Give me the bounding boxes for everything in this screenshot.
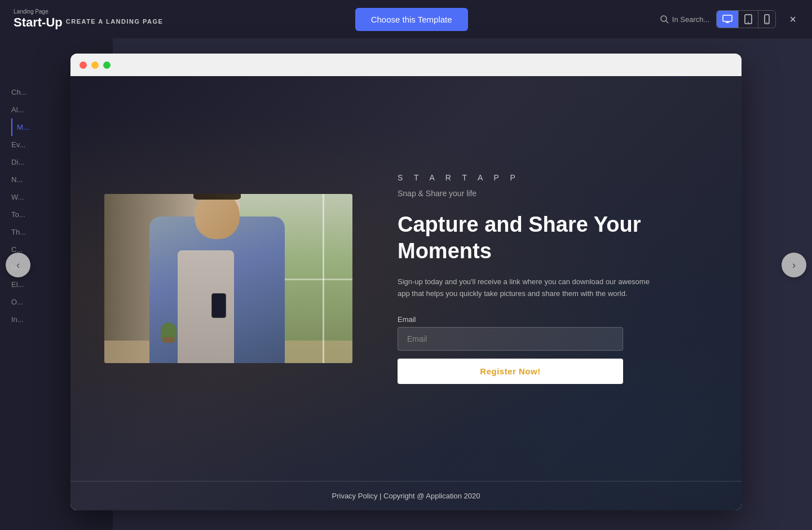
next-arrow-button[interactable]: › <box>782 253 806 277</box>
signup-form: Email Register Now! <box>398 315 623 384</box>
person-head <box>195 194 240 239</box>
hero-tagline: Snap & Share your life <box>398 189 708 198</box>
phone <box>211 293 226 318</box>
hero-description: Sign-up today and you'll receive a link … <box>398 276 657 300</box>
hero-section: S T A R T A P P Snap & Share your life C… <box>70 76 742 481</box>
close-dot <box>80 61 87 69</box>
hero-title-line1: Capture and Share Your <box>398 213 641 236</box>
modal-content: S T A R T A P P Snap & Share your life C… <box>70 76 742 510</box>
modal-titlebar <box>70 54 742 76</box>
maximize-dot <box>103 61 111 69</box>
hero-text-section: S T A R T A P P Snap & Share your life C… <box>352 173 708 385</box>
hero-image <box>104 194 352 363</box>
right-chevron-icon: › <box>792 259 796 271</box>
email-label: Email <box>398 315 623 324</box>
footer-text: Privacy Policy | Copyright @ Application… <box>332 492 480 500</box>
modal-footer: Privacy Policy | Copyright @ Application… <box>70 481 742 510</box>
minimize-dot <box>91 61 99 69</box>
left-chevron-icon: ‹ <box>16 259 20 271</box>
hero-title-line2: Moments <box>398 239 492 263</box>
hero-title: Capture and Share Your Moments <box>398 211 708 265</box>
app-brand-name: S T A R T A P P <box>398 173 708 182</box>
register-button[interactable]: Register Now! <box>398 359 623 384</box>
person-hair <box>193 194 241 200</box>
email-input[interactable] <box>398 327 623 351</box>
modal-overlay: S T A R T A P P Snap & Share your life C… <box>0 0 812 530</box>
cactus-pot <box>162 337 175 343</box>
prev-arrow-button[interactable]: ‹ <box>6 253 30 277</box>
template-preview-modal: S T A R T A P P Snap & Share your life C… <box>70 54 742 510</box>
